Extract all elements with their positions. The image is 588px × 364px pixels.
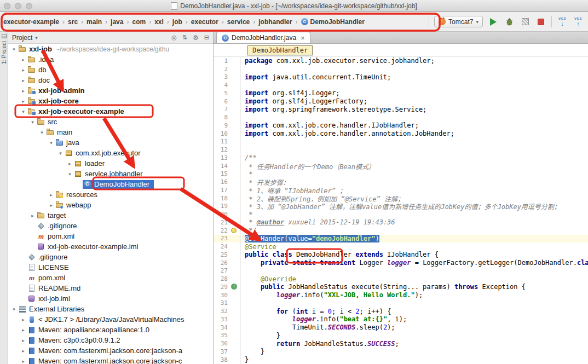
code-line-20[interactable]: 20 * bbox=[214, 210, 588, 218]
expand-arrow-open[interactable]: ▾ bbox=[66, 171, 73, 177]
breadcrumb-item-src[interactable]: src bbox=[67, 17, 79, 27]
code-line-22[interactable]: 22 */ bbox=[214, 227, 588, 235]
breadcrumb-item-com[interactable]: com bbox=[131, 17, 147, 27]
code-line-12[interactable]: 12 bbox=[214, 146, 588, 154]
breadcrumb-item-job[interactable]: job bbox=[171, 17, 183, 27]
code-line-11[interactable]: 11 bbox=[214, 138, 588, 146]
code-line-8[interactable]: 8 bbox=[214, 113, 588, 122]
tree-item-java[interactable]: ▾java bbox=[8, 137, 213, 148]
tree-item-main[interactable]: ▾main bbox=[8, 127, 213, 137]
code-line-29[interactable]: 29↑ public JobHandleStatus execute(Strin… bbox=[214, 283, 588, 291]
tree-item-maven-aopalliance-aopalliance-1-0[interactable]: ▸Maven: aopalliance:aopalliance:1.0 bbox=[8, 325, 213, 335]
code-line-24[interactable]: 24@Service bbox=[214, 242, 588, 251]
settings-gear-icon[interactable]: ⚙ bbox=[193, 34, 199, 42]
coverage-button[interactable] bbox=[520, 16, 531, 27]
breadcrumb-item-main[interactable]: main bbox=[85, 17, 103, 27]
tree-item-demojobhandler[interactable]: CDemoJobHandler bbox=[8, 179, 213, 189]
expand-arrow-closed[interactable]: ▸ bbox=[20, 57, 27, 62]
tree-item-jdk1-7-library-java-javavirtualmachines[interactable]: ▸< JDK1.7 > /Library/Java/JavaVirtualMac… bbox=[8, 314, 213, 325]
breadcrumb-item-demojobhandler[interactable]: CDemoJobHandler bbox=[300, 17, 366, 27]
code-line-15[interactable]: 15 * bbox=[214, 170, 588, 178]
expand-arrow-open[interactable]: ▾ bbox=[57, 151, 64, 156]
code-line-31[interactable]: 31 bbox=[214, 299, 588, 308]
expand-arrow-closed[interactable]: ▸ bbox=[20, 78, 27, 83]
expand-arrow-closed[interactable]: ▸ bbox=[48, 192, 55, 198]
tree-item-gitignore[interactable]: .gitignore bbox=[8, 221, 213, 231]
tree-item-doc[interactable]: ▸doc bbox=[8, 75, 213, 85]
code-line-30[interactable]: 30 logger.info("XXL-JOB, Hello World."); bbox=[214, 291, 588, 299]
project-view-selector[interactable]: Project ▾ bbox=[12, 34, 38, 42]
expand-arrow-closed[interactable]: ▸ bbox=[20, 67, 27, 73]
code-line-6[interactable]: 6import org.slf4j.LoggerFactory; bbox=[214, 97, 588, 106]
breadcrumb-item-executor[interactable]: executor bbox=[190, 17, 220, 27]
vcs-update-button[interactable]: VCS ↓ bbox=[557, 16, 568, 27]
tree-item-xxl-job-admin[interactable]: ▸xxl-job-admin bbox=[8, 85, 213, 96]
tree-item-com-xxl-job-executor[interactable]: ▾com.xxl.job.executor bbox=[8, 148, 213, 158]
hide-panel-icon[interactable]: ⊟ bbox=[204, 34, 209, 41]
expand-arrow-closed[interactable]: ▸ bbox=[20, 99, 27, 104]
code-line-4[interactable]: 4 bbox=[214, 81, 588, 89]
expand-arrow-open[interactable]: ▾ bbox=[10, 307, 18, 312]
tree-item-pom-xml[interactable]: mpom.xml bbox=[8, 273, 213, 283]
breadcrumb-item-jobhandler[interactable]: jobhandler bbox=[257, 17, 293, 27]
breadcrumb-item-executor-example[interactable]: executor-example bbox=[2, 17, 60, 27]
code-line-13[interactable]: 13/** bbox=[214, 154, 588, 162]
expand-arrow-closed[interactable]: ▸ bbox=[20, 88, 27, 94]
tree-item-gitignore[interactable]: .gitignore bbox=[8, 252, 213, 262]
run-config-selector[interactable]: Tomcat7 ▾ bbox=[434, 16, 483, 27]
code-line-9[interactable]: 9import com.xxl.job.core.handler.IJobHan… bbox=[214, 122, 588, 130]
override-marker-icon[interactable]: ↑ bbox=[231, 284, 237, 290]
tree-item-xxl-job-iml[interactable]: xxl-job.iml bbox=[8, 293, 213, 304]
breadcrumb-item-xxl[interactable]: xxl bbox=[153, 17, 165, 27]
tree-item-xxl-job[interactable]: ▾xxl-job~/workspaces/idea-git-workspace/… bbox=[8, 44, 213, 54]
code-line-28[interactable]: 28 @Override bbox=[214, 275, 588, 283]
editor-tab[interactable]: C DemoJobHandler.java × bbox=[216, 32, 310, 43]
expand-arrow-closed[interactable]: ▸ bbox=[29, 213, 36, 218]
expand-arrow-open[interactable]: ▾ bbox=[10, 47, 18, 52]
expand-arrow-closed[interactable]: ▸ bbox=[66, 161, 73, 166]
tree-item-webapp[interactable]: ▸webapp bbox=[8, 200, 213, 210]
expand-arrow-closed[interactable]: ▸ bbox=[20, 359, 27, 364]
bulb-gutter-icon[interactable] bbox=[228, 227, 241, 235]
expand-arrow-closed[interactable]: ▸ bbox=[20, 338, 27, 343]
tree-item-target[interactable]: ▸target bbox=[8, 210, 213, 221]
code-line-32[interactable]: 32 for (int i = 0; i < 2; i++) { bbox=[214, 307, 588, 315]
tree-item-xxl-job-executor-example-iml[interactable]: xxl-job-executor-example.iml bbox=[8, 241, 213, 252]
expand-arrow-closed[interactable]: ▸ bbox=[48, 203, 55, 208]
minimize-button[interactable] bbox=[15, 3, 21, 9]
code-line-10[interactable]: 10import com.xxl.job.core.handler.annota… bbox=[214, 130, 588, 138]
expand-arrow-closed[interactable]: ▸ bbox=[20, 348, 27, 354]
editor-breadcrumb-chip[interactable]: DemoJobHandler bbox=[247, 45, 313, 55]
stop-button[interactable] bbox=[535, 16, 546, 27]
scroll-from-source-icon[interactable]: ◎ bbox=[171, 34, 177, 41]
code-line-33[interactable]: 33 logger.info("beat at:{}", i); bbox=[214, 315, 588, 323]
expand-arrow-closed[interactable]: ▸ bbox=[20, 327, 27, 333]
code-line-17[interactable]: 17 * 1、继承 “IJobHandler” ； bbox=[214, 186, 588, 194]
code-line-25[interactable]: 25public class DemoJobHandler extends IJ… bbox=[214, 251, 588, 259]
collapse-all-icon[interactable]: ⇅ bbox=[182, 34, 187, 41]
intention-bulb-icon[interactable] bbox=[231, 228, 237, 233]
tree-item-maven-com-fasterxml-jackson-core-jackson-a[interactable]: ▸Maven: com.fasterxml.jackson.core:jacks… bbox=[8, 345, 213, 356]
code-line-3[interactable]: 3import java.util.concurrent.TimeUnit; bbox=[214, 73, 588, 82]
expand-arrow-closed[interactable]: ▸ bbox=[20, 317, 27, 322]
code-line-5[interactable]: 5import org.slf4j.Logger; bbox=[214, 89, 588, 97]
tree-item-xxl-job-core[interactable]: ▸xxl-job-core bbox=[8, 96, 213, 106]
expand-arrow-open[interactable]: ▾ bbox=[38, 130, 45, 135]
zoom-button[interactable] bbox=[26, 3, 32, 9]
code-line-16[interactable]: 16 * 开发步骤： bbox=[214, 178, 588, 186]
tree-item-maven-com-fasterxml-jackson-core-jackson-c[interactable]: ▸Maven: com.fasterxml.jackson.core:jacks… bbox=[8, 356, 213, 364]
tree-item-external-libraries[interactable]: ▾External Libraries bbox=[8, 304, 213, 314]
tree-item-loader[interactable]: ▸loader bbox=[8, 158, 213, 169]
tree-item-src[interactable]: ▾src bbox=[8, 117, 213, 127]
code-line-1[interactable]: 1package com.xxl.job.executor.service.jo… bbox=[214, 57, 588, 65]
code-line-34[interactable]: 34 TimeUnit.SECONDS.sleep(2); bbox=[214, 323, 588, 332]
tree-item-pom-xml[interactable]: mpom.xml bbox=[8, 231, 213, 241]
code-line-35[interactable]: 35 } bbox=[214, 332, 588, 340]
code-line-2[interactable]: 2 bbox=[214, 65, 588, 73]
tree-item-maven-c3p0-c3p0-0-9-1-2[interactable]: ▸Maven: c3p0:c3p0:0.9.1.2 bbox=[8, 335, 213, 345]
tree-item-readme-md[interactable]: README.md bbox=[8, 283, 213, 293]
code-line-26[interactable]: 26 private static transient Logger logge… bbox=[214, 259, 588, 267]
run-button[interactable] bbox=[488, 16, 499, 27]
tab-close-icon[interactable]: × bbox=[301, 34, 305, 42]
code-line-14[interactable]: 14 * 任务Handler的一个Demo（Bean模式） bbox=[214, 162, 588, 170]
